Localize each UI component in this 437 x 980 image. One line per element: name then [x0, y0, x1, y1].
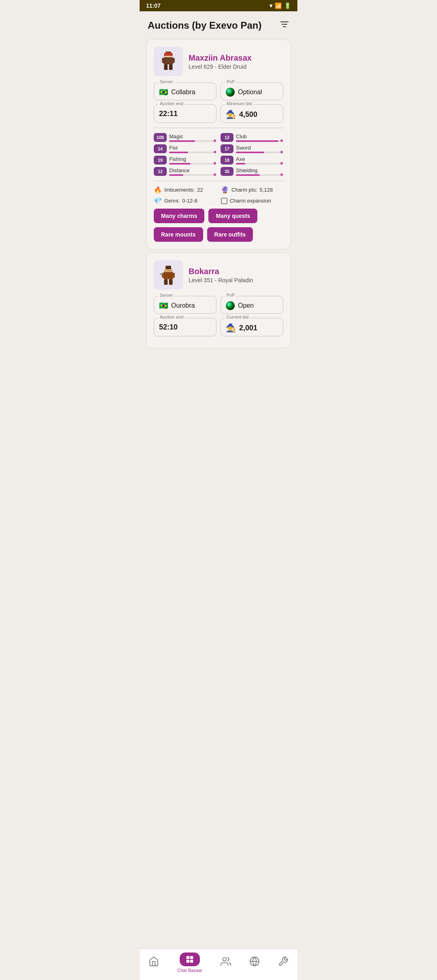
fields-row-auction-bid-2: Auction end 52:10 Current bid 🧙 2,001 [154, 318, 283, 336]
skill-name-fist: Fist [169, 145, 216, 151]
charm-expansion-box [221, 198, 227, 204]
pvp-type-2: Open [238, 302, 254, 309]
skill-row-axe: 18 Axe [221, 156, 283, 165]
svg-rect-17 [169, 279, 173, 285]
pvp-label-2: PvP [225, 293, 236, 298]
svg-rect-11 [165, 266, 171, 269]
svg-rect-10 [169, 64, 173, 70]
skill-info-fishing: Fishing [169, 156, 216, 165]
info-row-1: 🔥 Imbuements: 22 🔮 Charm pts: 5,128 [154, 186, 283, 194]
tag-rare-outfits[interactable]: Rare outfits [207, 227, 253, 242]
char-name-1: Maxziin Abrasax [189, 53, 252, 63]
svg-rect-9 [164, 64, 168, 70]
min-bid-amount-1: 4,500 [239, 110, 257, 119]
skill-dot-fist [213, 150, 216, 154]
server-flag-1: 🇧🇷 [159, 88, 168, 97]
skill-dot-magic [213, 139, 216, 142]
skill-name-magic: Magic [169, 133, 216, 139]
server-name-1: Collabra [171, 89, 195, 96]
skill-dot-sword [280, 150, 283, 154]
skill-dot-shielding [280, 173, 283, 176]
char-avatar-2 [154, 260, 183, 289]
skill-bar-club [236, 140, 278, 142]
skill-dot-distance [213, 173, 216, 176]
content-area: Maxziin Abrasax Level 629 - Elder Druid … [140, 39, 297, 384]
svg-rect-18 [160, 274, 163, 275]
server-field-1: Server 🇧🇷 Collabra [154, 82, 216, 100]
status-icons: ▾ 📶 🔋 [269, 2, 291, 9]
skill-badge-shielding: 35 [221, 167, 233, 176]
pvp-icon-1 [226, 88, 235, 97]
skill-badge-axe: 18 [221, 156, 233, 165]
skill-row-fist: 14 Fist [154, 144, 216, 153]
skill-name-distance: Distance [169, 167, 216, 173]
fields-row-server-pvp-1: Server 🇧🇷 Collabra PvP Optional [154, 82, 283, 100]
divider-2 [154, 181, 283, 181]
server-label-1: Server [158, 79, 174, 84]
current-bid-value-2: 🧙 2,001 [226, 323, 278, 333]
gems-value: 0-12-8 [182, 198, 197, 204]
skill-row-shielding: 35 Shielding [221, 167, 283, 176]
skill-bar-wrap-fishing [169, 163, 216, 165]
fields-row-server-pvp-2: Server 🇧🇷 Ourobra PvP Open [154, 296, 283, 314]
skill-dot-club [280, 139, 283, 142]
filter-icon[interactable] [280, 19, 289, 31]
pvp-field-1: PvP Optional [221, 82, 283, 100]
skill-row-sword: 17 Sword [221, 144, 283, 153]
skill-name-fishing: Fishing [169, 156, 216, 162]
skill-bar-wrap-club [236, 140, 283, 142]
gems-info: 💎 Gems: 0-12-8 [154, 197, 216, 205]
skill-bar-axe [236, 163, 245, 165]
skill-bar-wrap-sword [236, 152, 283, 153]
skill-info-fist: Fist [169, 145, 216, 153]
svg-rect-13 [163, 272, 174, 279]
auction-end-field-1: Auction end 22:11 [154, 104, 216, 123]
current-bid-icon-2: 🧙 [226, 323, 236, 333]
current-bid-label-2: Current bid [225, 315, 250, 319]
char-header-2: Bokarra Level 351 - Royal Paladin [154, 260, 283, 289]
char-avatar-1 [154, 47, 183, 76]
pvp-icon-2 [226, 301, 235, 310]
skill-bar-fishing [169, 163, 191, 165]
server-field-2: Server 🇧🇷 Ourobra [154, 296, 216, 314]
char-level-1: Level 629 - Elder Druid [189, 63, 252, 70]
skill-badge-club: 12 [221, 133, 233, 142]
skill-name-axe: Axe [236, 156, 283, 162]
skill-bar-wrap-distance [169, 174, 216, 176]
skill-bar-magic [169, 140, 195, 142]
char-level-2: Level 351 - Royal Paladin [189, 277, 253, 283]
auction-card-1: Maxziin Abrasax Level 629 - Elder Druid … [146, 39, 291, 249]
skill-info-shielding: Shielding [236, 167, 283, 176]
char-info-1: Maxziin Abrasax Level 629 - Elder Druid [189, 53, 252, 70]
imbuements-label: Imbuements: [164, 187, 195, 193]
auction-end-value-1: 22:11 [159, 110, 211, 118]
skill-name-sword: Sword [236, 145, 283, 151]
skill-name-shielding: Shielding [236, 167, 283, 173]
min-bid-field-1: Minimum bid 🧙 4,500 [221, 104, 283, 123]
skill-info-club: Club [236, 133, 283, 142]
min-bid-label-1: Minimum bid [225, 101, 253, 106]
server-label-2: Server [158, 293, 174, 298]
charm-pts-value: 5,128 [260, 187, 273, 193]
skill-badge-magic: 108 [154, 133, 167, 142]
tags-row-1: Many charms Many quests Rare mounts Rare… [154, 209, 283, 242]
auction-end-label-1: Auction end [158, 101, 185, 106]
tag-many-quests[interactable]: Many quests [208, 209, 257, 223]
imbuements-value: 22 [197, 187, 203, 193]
skill-row-distance: 12 Distance [154, 167, 216, 176]
auction-end-time-2: 52:10 [159, 323, 178, 332]
charm-pts-info: 🔮 Charm pts: 5,128 [221, 186, 283, 194]
skill-badge-fist: 14 [154, 144, 167, 153]
tag-rare-mounts[interactable]: Rare mounts [154, 227, 203, 242]
auction-end-time-1: 22:11 [159, 110, 178, 118]
skills-grid-1: 108 Magic 12 Club 14 Fist 17 [154, 133, 283, 176]
svg-rect-7 [162, 58, 165, 63]
server-name-2: Ourobra [171, 302, 195, 309]
char-name-2: Bokarra [189, 267, 253, 276]
current-bid-field-2: Current bid 🧙 2,001 [221, 318, 283, 336]
server-flag-2: 🇧🇷 [159, 301, 168, 310]
auction-end-field-2: Auction end 52:10 [154, 318, 216, 336]
status-bar: 11:07 ▾ 📶 🔋 [140, 0, 297, 11]
server-value-2: 🇧🇷 Ourobra [159, 301, 211, 310]
tag-many-charms[interactable]: Many charms [154, 209, 204, 223]
